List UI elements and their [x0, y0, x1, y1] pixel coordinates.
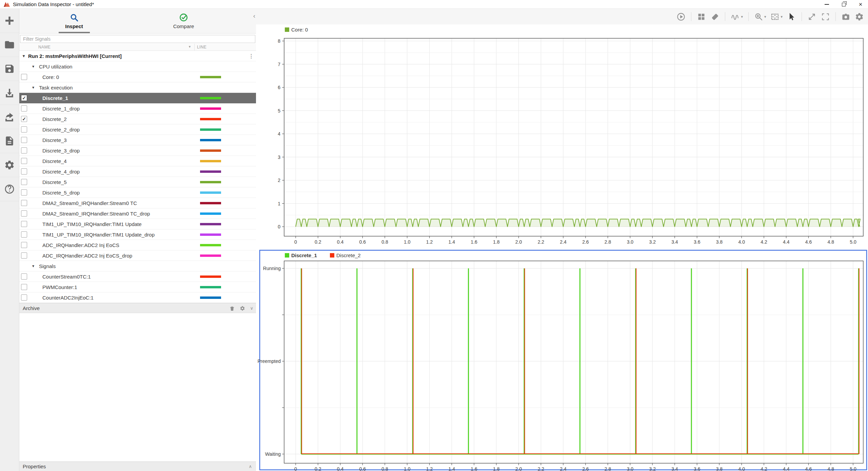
- signal-row[interactable]: ADC_IRQHandler:ADC2 Inj EoCS: [19, 240, 256, 250]
- signal-row[interactable]: PWMCounter:1: [19, 282, 256, 292]
- chevron-down-icon[interactable]: ▾: [741, 15, 743, 19]
- signal-row[interactable]: DMA2_Stream0_IRQHandler:Stream0 TC: [19, 198, 256, 208]
- restore-button[interactable]: [841, 2, 846, 7]
- snapshot-button[interactable]: [841, 12, 850, 21]
- sidebar-help-button[interactable]: [0, 177, 19, 201]
- signal-checkbox[interactable]: [21, 168, 27, 175]
- signal-checkbox[interactable]: [21, 221, 27, 227]
- signal-row[interactable]: Discrete_5_drop: [19, 187, 256, 198]
- signal-row[interactable]: TIM1_UP_TIM10_IRQHandler:TIM1 Update: [19, 219, 256, 229]
- line-swatch[interactable]: [200, 244, 221, 246]
- signal-row[interactable]: ✓Discrete_1: [19, 93, 256, 103]
- expand-button[interactable]: [807, 12, 816, 21]
- signal-checkbox[interactable]: ✓: [21, 116, 27, 122]
- line-swatch[interactable]: [200, 286, 221, 288]
- pointer-button[interactable]: [787, 12, 796, 21]
- line-swatch[interactable]: [200, 97, 221, 99]
- signal-checkbox[interactable]: [21, 210, 27, 217]
- signal-checkbox[interactable]: [21, 231, 27, 238]
- sidebar-open-button[interactable]: [0, 33, 19, 57]
- chevron-down-icon[interactable]: ▾: [764, 15, 766, 19]
- signal-row[interactable]: Discrete_2_drop: [19, 124, 256, 135]
- sidebar-export-button[interactable]: [0, 105, 19, 129]
- sidebar-report-button[interactable]: [0, 129, 19, 153]
- signal-checkbox[interactable]: [21, 200, 27, 206]
- properties-collapse-icon[interactable]: ∧: [249, 462, 252, 471]
- signal-checkbox[interactable]: [21, 158, 27, 164]
- line-swatch[interactable]: [200, 223, 221, 225]
- signal-checkbox[interactable]: [21, 179, 27, 185]
- chart-settings-button[interactable]: [855, 12, 864, 21]
- signal-row[interactable]: ADC_IRQHandler:ADC2 Inj EoCS_drop: [19, 250, 256, 261]
- signal-row[interactable]: Discrete_3: [19, 135, 256, 145]
- line-swatch[interactable]: [200, 128, 221, 131]
- line-swatch[interactable]: [200, 202, 221, 204]
- signal-row[interactable]: TIM1_UP_TIM10_IRQHandler:TIM1 Update_dro…: [19, 229, 256, 240]
- run-row[interactable]: ▾Run 2: mstmPeriphsWithHWI [Current]⋮: [19, 51, 256, 61]
- archive-gear-icon[interactable]: [240, 306, 245, 311]
- signal-row[interactable]: Discrete_1_drop: [19, 103, 256, 114]
- archive-collapse-icon[interactable]: ∨: [250, 303, 253, 313]
- signal-row[interactable]: Discrete_5: [19, 177, 256, 187]
- line-swatch[interactable]: [200, 170, 221, 173]
- sort-arrow-icon[interactable]: ▼: [188, 45, 191, 48]
- archive-header[interactable]: Archive ∨: [19, 303, 256, 313]
- filter-signals-input[interactable]: [20, 35, 255, 43]
- clear-subplots-button[interactable]: [710, 12, 719, 21]
- line-swatch[interactable]: [200, 233, 221, 236]
- signal-checkbox[interactable]: [21, 137, 27, 143]
- signal-checkbox[interactable]: [21, 284, 27, 290]
- sidebar-preferences-button[interactable]: [0, 153, 19, 177]
- signal-row[interactable]: Discrete_3_drop: [19, 145, 256, 156]
- signal-checkbox[interactable]: [21, 294, 27, 301]
- fit-to-view-button[interactable]: ▾: [770, 12, 783, 21]
- panel-collapse-icon[interactable]: ‹: [253, 12, 255, 20]
- line-swatch[interactable]: [200, 107, 221, 110]
- signal-row[interactable]: CounterStream0TC:1: [19, 271, 256, 282]
- signal-checkbox[interactable]: [21, 126, 27, 132]
- line-swatch[interactable]: [200, 181, 221, 183]
- tab-compare[interactable]: Compare: [129, 9, 238, 33]
- signal-checkbox[interactable]: [21, 252, 27, 259]
- fullscreen-button[interactable]: [821, 12, 830, 21]
- signal-row[interactable]: Core: 0: [19, 72, 256, 82]
- signal-row[interactable]: CounterADC2InjEoC:1: [19, 292, 256, 303]
- tab-inspect[interactable]: Inspect: [19, 9, 129, 33]
- signal-checkbox[interactable]: [21, 273, 27, 280]
- line-swatch[interactable]: [200, 160, 221, 162]
- subplot-layout-button[interactable]: [697, 12, 706, 21]
- line-swatch[interactable]: [200, 139, 221, 141]
- sidebar-import-button[interactable]: [0, 81, 19, 105]
- trash-icon[interactable]: [229, 306, 235, 311]
- line-swatch[interactable]: [200, 76, 221, 78]
- line-swatch[interactable]: [200, 191, 221, 194]
- signal-checkbox[interactable]: [21, 147, 27, 153]
- signal-checkbox[interactable]: [21, 189, 27, 196]
- signal-checkbox[interactable]: [21, 74, 27, 80]
- zoom-button[interactable]: ▾: [754, 12, 766, 21]
- line-swatch[interactable]: [200, 254, 221, 257]
- line-swatch[interactable]: [200, 212, 221, 215]
- line-swatch[interactable]: [200, 118, 221, 120]
- task-execution-chart[interactable]: RunningPreemptedWaiting00.20.40.60.81.01…: [256, 250, 868, 471]
- group-row[interactable]: ▾CPU utilization: [19, 61, 256, 72]
- column-name-header[interactable]: NAME: [38, 45, 51, 49]
- group-row[interactable]: ▾Signals: [19, 261, 256, 271]
- signal-row[interactable]: DMA2_Stream0_IRQHandler:Stream0 TC_drop: [19, 208, 256, 219]
- line-swatch[interactable]: [200, 275, 221, 278]
- line-swatch[interactable]: [200, 149, 221, 152]
- line-swatch[interactable]: [200, 296, 221, 299]
- properties-header[interactable]: Properties ∧: [19, 462, 256, 471]
- signal-row[interactable]: Discrete_4: [19, 156, 256, 166]
- replay-button[interactable]: [676, 12, 686, 21]
- signal-row[interactable]: ✓Discrete_2: [19, 114, 256, 124]
- sidebar-add-button[interactable]: [0, 9, 19, 33]
- close-button[interactable]: ×: [858, 2, 863, 7]
- run-menu-kebab-icon[interactable]: ⋮: [249, 51, 254, 61]
- signal-checkbox[interactable]: [21, 242, 27, 248]
- signal-trace-button[interactable]: ▾: [731, 12, 743, 21]
- chevron-down-icon[interactable]: ▾: [781, 15, 783, 19]
- expander-triangle-icon[interactable]: ▾: [23, 51, 25, 61]
- column-divider[interactable]: [194, 44, 195, 50]
- sidebar-save-button[interactable]: [0, 57, 19, 81]
